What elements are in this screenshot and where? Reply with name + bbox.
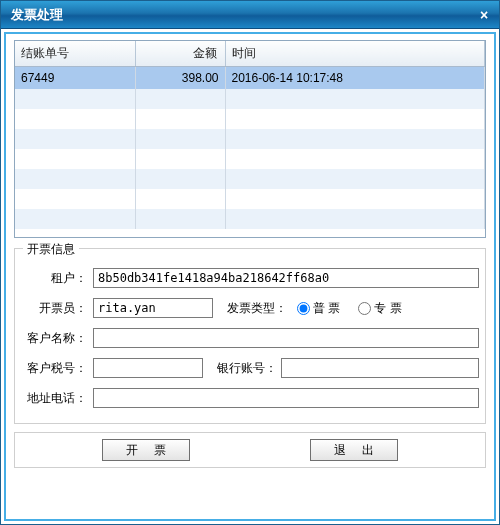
address-phone-label: 地址电话： <box>21 390 93 407</box>
customer-tax-label: 客户税号： <box>21 360 93 377</box>
bank-account-label: 银行账号： <box>217 360 281 377</box>
issuer-label: 开票员： <box>21 300 93 317</box>
tenant-label: 租户： <box>21 270 93 287</box>
table-row[interactable] <box>15 149 485 169</box>
issuer-input[interactable] <box>93 298 213 318</box>
table-row[interactable]: 67449 398.00 2016-06-14 10:17:48 <box>15 67 485 90</box>
table-row[interactable] <box>15 89 485 109</box>
table-row[interactable] <box>15 109 485 129</box>
customer-tax-input[interactable] <box>93 358 203 378</box>
invoice-grid[interactable]: 结账单号 金额 时间 67449 398.00 2016-06-14 10:17… <box>14 40 486 238</box>
titlebar[interactable]: 发票处理 × <box>1 1 499 29</box>
content-frame: 结账单号 金额 时间 67449 398.00 2016-06-14 10:17… <box>4 32 496 521</box>
invoice-type-radios: 普 票 专 票 <box>291 300 402 317</box>
customer-name-label: 客户名称： <box>21 330 93 347</box>
table-row[interactable] <box>15 209 485 229</box>
grid-header-row: 结账单号 金额 时间 <box>15 41 485 67</box>
dialog-window: 发票处理 × 结账单号 金额 时间 67449 3 <box>0 0 500 525</box>
col-header-time[interactable]: 时间 <box>225 41 485 67</box>
tenant-input[interactable] <box>93 268 479 288</box>
customer-name-input[interactable] <box>93 328 479 348</box>
button-row: 开 票 退 出 <box>14 432 486 468</box>
table-row[interactable] <box>15 129 485 149</box>
close-icon[interactable]: × <box>477 8 491 22</box>
radio-normal[interactable]: 普 票 <box>297 300 340 317</box>
radio-normal-input[interactable] <box>297 302 310 315</box>
invoice-info-fieldset: 开票信息 租户： 开票员： 发票类型： 普 票 <box>14 248 486 424</box>
table-row[interactable] <box>15 169 485 189</box>
cell-time: 2016-06-14 10:17:48 <box>225 67 485 90</box>
fieldset-legend: 开票信息 <box>23 241 79 258</box>
cell-amount: 398.00 <box>135 67 225 90</box>
invoice-type-label: 发票类型： <box>227 300 291 317</box>
address-phone-input[interactable] <box>93 388 479 408</box>
radio-normal-label: 普 票 <box>313 300 340 317</box>
radio-special-input[interactable] <box>358 302 371 315</box>
col-header-id[interactable]: 结账单号 <box>15 41 135 67</box>
exit-button[interactable]: 退 出 <box>310 439 398 461</box>
radio-special[interactable]: 专 票 <box>358 300 401 317</box>
col-header-amount[interactable]: 金额 <box>135 41 225 67</box>
cell-id: 67449 <box>15 67 135 90</box>
content-area: 结账单号 金额 时间 67449 398.00 2016-06-14 10:17… <box>1 29 499 524</box>
bank-account-input[interactable] <box>281 358 479 378</box>
issue-button[interactable]: 开 票 <box>102 439 190 461</box>
table-row[interactable] <box>15 189 485 209</box>
window-title: 发票处理 <box>11 6 63 24</box>
radio-special-label: 专 票 <box>374 300 401 317</box>
